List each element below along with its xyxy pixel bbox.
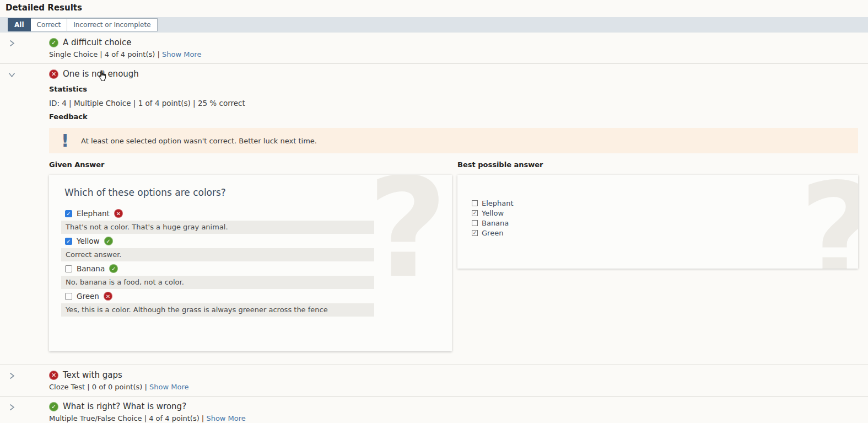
question-row-text-with-gaps: Text with gaps Cloze Test | 0 of 0 point… <box>0 365 868 397</box>
chevron-right-icon[interactable] <box>7 403 16 411</box>
statistics-text: ID: 4 | Multiple Choice | 1 of 4 point(s… <box>49 99 858 108</box>
checkbox-checked <box>472 230 478 236</box>
given-answer-heading: Given Answer <box>49 160 452 169</box>
statistics-heading: Statistics <box>49 85 858 93</box>
show-more-link[interactable]: Show More <box>149 383 188 391</box>
question-title[interactable]: One is not enough <box>63 69 139 79</box>
option-feedback: Yes, this is a color. Although the grass… <box>61 303 374 317</box>
question-meta: Multiple True/False Choice | 4 of 4 poin… <box>49 414 204 422</box>
correct-check-icon <box>49 38 58 47</box>
show-more-link[interactable]: Show More <box>162 50 201 58</box>
filter-tabbar: All Correct Incorrect or Incomplete <box>0 17 868 33</box>
question-meta: Cloze Test | 0 of 0 point(s) | <box>49 383 147 391</box>
checkbox-unchecked <box>472 220 478 226</box>
show-more-link[interactable]: Show More <box>206 414 245 422</box>
checkbox-checked[interactable] <box>65 210 72 217</box>
question-row-what-is-right: What is right? What is wrong? Multiple T… <box>0 397 868 423</box>
correct-check-icon <box>104 237 113 245</box>
feedback-message: At least one selected option wasn't corr… <box>81 137 317 145</box>
checkbox-checked[interactable] <box>65 238 72 245</box>
incorrect-x-icon <box>114 209 123 218</box>
best-option-elephant: Elephant <box>472 199 858 207</box>
chevron-right-icon[interactable] <box>7 39 16 47</box>
given-answer-panel: ? Which of these options are colors? Ele… <box>49 175 452 351</box>
question-row-a-difficult-choice: A difficult choice Single Choice | 4 of … <box>0 33 868 64</box>
checkbox-unchecked[interactable] <box>65 293 72 300</box>
best-option-green: Green <box>472 229 858 237</box>
incorrect-x-icon <box>49 371 58 380</box>
feedback-alert: ! At least one selected option wasn't co… <box>49 128 858 153</box>
option-label: Banana <box>77 264 105 273</box>
option-feedback: No, banana is a food, not a color. <box>61 276 374 289</box>
question-text: Which of these options are colors? <box>64 187 452 198</box>
tab-correct[interactable]: Correct <box>31 18 68 31</box>
option-feedback: Correct answer. <box>61 248 374 261</box>
given-option-green: Green <box>65 291 452 301</box>
incorrect-x-icon <box>104 292 112 301</box>
option-label: Banana <box>482 219 509 227</box>
best-answer-panel: ? Elephant Yellow Banana Green <box>457 175 858 269</box>
correct-check-icon <box>49 402 58 411</box>
option-label: Green <box>77 292 99 301</box>
best-answer-heading: Best possible answer <box>457 160 858 169</box>
checkbox-unchecked <box>472 200 478 206</box>
correct-check-icon <box>109 264 118 273</box>
tab-all[interactable]: All <box>8 18 31 31</box>
question-title[interactable]: A difficult choice <box>63 38 131 47</box>
option-feedback: That's not a color. That's a huge gray a… <box>61 221 374 234</box>
incorrect-x-icon <box>49 69 58 79</box>
page-title: Detailed Results <box>0 0 868 13</box>
given-option-banana: Banana <box>65 264 452 274</box>
best-option-yellow: Yellow <box>472 209 858 217</box>
checkbox-checked <box>472 210 478 216</box>
exclamation-icon: ! <box>49 132 81 149</box>
option-label: Yellow <box>77 237 100 245</box>
chevron-down-icon[interactable] <box>7 70 16 79</box>
feedback-heading: Feedback <box>49 113 858 121</box>
question-title[interactable]: Text with gaps <box>63 370 122 380</box>
question-meta: Single Choice | 4 of 4 point(s) | <box>49 50 160 58</box>
tab-incorrect-or-incomplete[interactable]: Incorrect or Incomplete <box>67 18 157 31</box>
checkbox-unchecked[interactable] <box>65 265 72 272</box>
chevron-right-icon[interactable] <box>7 371 16 380</box>
question-row-one-is-not-enough: One is not enough Statistics ID: 4 | Mul… <box>0 64 868 365</box>
option-label: Green <box>482 229 503 237</box>
option-label: Elephant <box>482 199 514 207</box>
option-label: Elephant <box>77 209 110 218</box>
given-option-elephant: Elephant <box>65 208 452 218</box>
question-title[interactable]: What is right? What is wrong? <box>63 401 186 411</box>
option-label: Yellow <box>482 209 504 217</box>
given-option-yellow: Yellow <box>65 236 452 246</box>
best-option-banana: Banana <box>472 219 858 227</box>
